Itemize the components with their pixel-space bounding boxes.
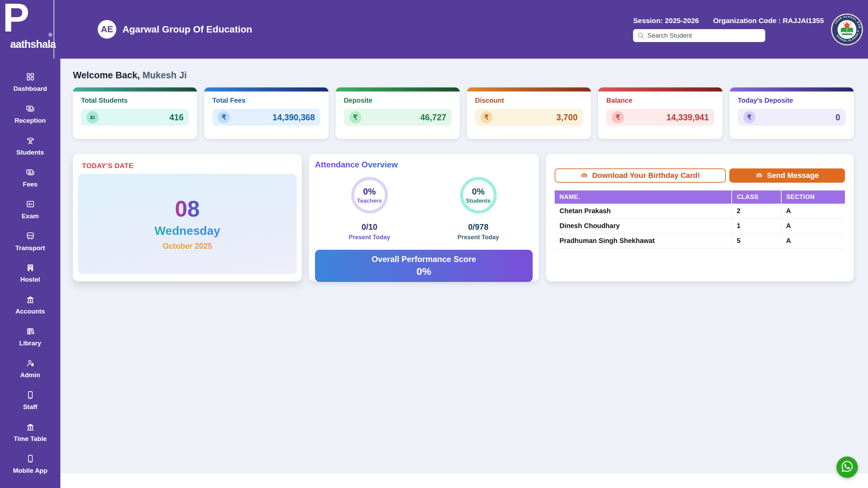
students-percent: 0% [472, 186, 485, 197]
top-header: P aathshala ® AE Agarwal Group Of Educat… [0, 0, 868, 59]
stat-title: Total Fees [212, 97, 320, 104]
search-icon [637, 32, 645, 41]
overall-performance-banner: Overall Performance Score 0% [315, 250, 533, 282]
search-input[interactable] [633, 29, 765, 42]
table-row: Pradhuman Singh Shekhawat 5 A [555, 233, 845, 248]
stat-value: 416 [170, 113, 184, 122]
sidebar-item-label: Library [19, 340, 41, 347]
section-cell: A [781, 219, 845, 233]
students-label: Students [466, 198, 491, 204]
user-name: Mukesh Ji [142, 70, 187, 80]
stat-title: Discount [475, 97, 583, 104]
stat-value: 46,727 [420, 113, 446, 122]
admin-user-lock-icon [26, 359, 35, 369]
teachers-ratio: 0/10 [361, 222, 377, 232]
stat-card-total-fees: Total Fees ₹ 14,390,368 [204, 87, 328, 139]
org-code-label: Organization Code : RAJJAI1355 [713, 17, 824, 25]
sidebar-item-admin[interactable]: Admin [0, 359, 60, 379]
main-content: Welcome Back, Mukesh Ji Total Students 4… [60, 59, 868, 488]
paathshala-logo[interactable]: P aathshala ® [0, 0, 54, 59]
org-avatar: AE [98, 20, 116, 39]
sidebar-item-label: Admin [20, 371, 40, 379]
send-message-button[interactable]: Send Message [729, 168, 845, 183]
card-accent-strip [73, 87, 197, 92]
stat-card-balance: Balance ₹ 14,339,941 [598, 87, 722, 139]
whatsapp-button[interactable] [836, 456, 858, 478]
download-birthday-card-button[interactable]: Download Your Birthday Card! [555, 168, 726, 183]
rupee-icon: ₹ [218, 111, 230, 123]
organization-block: AE Agarwal Group Of Education [98, 20, 252, 39]
student-name-cell: Dinesh Choudhary [555, 219, 732, 233]
table-row: Dinesh Choudhary 1 A [555, 219, 845, 233]
phone-icon [26, 454, 35, 465]
column-header-section: SECTION [781, 190, 845, 204]
teachers-ring: 0% Teachers [351, 177, 388, 214]
stat-value: 14,390,368 [273, 113, 315, 122]
student-search [633, 29, 765, 42]
student-name-cell: Pradhuman Singh Shekhawat [555, 233, 732, 248]
card-accent-strip [336, 87, 460, 92]
sidebar-item-label: Hostel [20, 276, 40, 283]
cake-icon [755, 171, 763, 180]
sidebar-nav: Dashboard Reception Students Fees A+ Exa… [0, 59, 60, 488]
sidebar-item-transport[interactable]: Transport [0, 231, 60, 252]
stat-value: 14,339,941 [667, 113, 709, 122]
stat-title: Deposite [344, 97, 452, 104]
whatsapp-icon [841, 460, 853, 474]
class-cell: 5 [732, 233, 781, 248]
stat-value: 3,700 [556, 113, 578, 122]
session-label: Session: 2025-2026 [633, 17, 699, 25]
student-name-cell: Chetan Prakash [555, 204, 732, 219]
sidebar-item-hostel[interactable]: Hostel [0, 263, 60, 283]
sidebar-item-reception[interactable]: Reception [0, 104, 60, 124]
sidebar-item-exam[interactable]: A+ Exam [0, 200, 60, 220]
stat-card-discount: Discount ₹ 3,700 [467, 87, 591, 139]
date-month-year: October 2025 [163, 242, 212, 251]
sidebar-item-students[interactable]: Students [0, 136, 60, 156]
cash-icon [26, 168, 35, 178]
stat-value: 0 [835, 113, 840, 122]
attendance-overview-card: Attendance Overview 0% Teachers 0/10 Pre… [309, 154, 539, 281]
stat-title: Total Students [81, 97, 189, 104]
sidebar-item-dashboard[interactable]: Dashboard [0, 72, 60, 93]
attendance-title: Attendance Overview [315, 160, 398, 169]
books-icon [26, 327, 35, 337]
phone-icon [26, 390, 35, 401]
header-right: Session: 2025-2026 Organization Code : R… [633, 13, 868, 46]
teachers-caption: Present Today [349, 234, 390, 241]
stat-card-total-students: Total Students 416 [73, 87, 197, 139]
welcome-prefix: Welcome Back, [73, 70, 140, 80]
card-accent-strip [204, 87, 328, 92]
school-emblem-logo: YOUR SCHOOL NAME HERE SCHOOL SLOGAN HERE [831, 13, 863, 46]
dashboard-page: P aathshala ® AE Agarwal Group Of Educat… [0, 0, 868, 488]
teachers-label: Teachers [357, 198, 382, 204]
org-name: Agarwal Group Of Education [122, 24, 252, 35]
bank-icon [26, 422, 35, 433]
rupee-icon: ₹ [480, 111, 493, 123]
stat-card-deposite: Deposite ₹ 46,727 [336, 87, 460, 139]
table-header-row: NAME. CLASS SECTION [555, 190, 845, 204]
card-accent-strip [467, 87, 591, 92]
sidebar-item-label: Students [16, 149, 44, 156]
sidebar-item-mobile-app[interactable]: Mobile App [0, 454, 60, 474]
stat-title: Today's Deposite [738, 97, 846, 104]
class-cell: 1 [732, 219, 781, 233]
hostel-building-icon [26, 263, 35, 273]
teachers-percent: 0% [363, 186, 376, 197]
download-button-label: Download Your Birthday Card! [592, 171, 700, 180]
sidebar-item-accounts[interactable]: Accounts [0, 295, 60, 315]
sidebar-item-label: Staff [23, 403, 37, 411]
overall-performance-value: 0% [416, 266, 431, 277]
people-icon [86, 111, 99, 123]
sidebar-item-time-table[interactable]: Time Table [0, 422, 60, 443]
bus-icon [26, 231, 35, 242]
logo-text: aathshala [10, 38, 56, 50]
sidebar-item-label: Accounts [16, 308, 45, 315]
class-cell: 2 [732, 204, 781, 219]
sidebar-item-staff[interactable]: Staff [0, 390, 60, 411]
students-attendance: 0% Students 0/978 Present Today [457, 177, 499, 241]
sidebar-item-fees[interactable]: Fees [0, 168, 60, 188]
bank-icon [26, 295, 35, 305]
stat-title: Balance [606, 97, 714, 104]
sidebar-item-library[interactable]: Library [0, 327, 60, 347]
